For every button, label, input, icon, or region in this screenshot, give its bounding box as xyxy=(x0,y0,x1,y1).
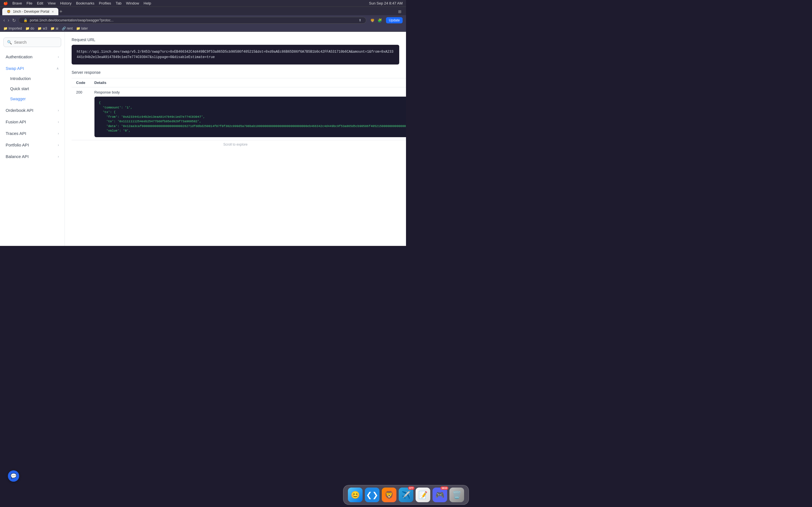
sidebar: 🔍 Authentication › Swap API ∧ Introducti… xyxy=(0,32,65,246)
tab-title: 1inch - Developer Portal xyxy=(13,10,49,13)
lock-icon: 🔒 xyxy=(23,18,28,22)
menu-window[interactable]: Window xyxy=(126,1,139,5)
sidebar-item-balance-api[interactable]: Balance API › xyxy=(0,151,64,162)
sidebar-item-traces-api[interactable]: Traces API › xyxy=(0,128,64,138)
menu-profiles[interactable]: Profiles xyxy=(99,1,111,5)
sidebar-item-quickstart[interactable]: Quick start xyxy=(0,83,64,94)
nav-bar: ‹ › ↻ 🔒 portal.1inch.dev/documentation/s… xyxy=(0,15,406,25)
update-button[interactable]: Update xyxy=(386,17,403,23)
response-code: 200 xyxy=(76,90,82,94)
back-button[interactable]: ‹ xyxy=(3,18,5,23)
menu-help[interactable]: Help xyxy=(144,1,151,5)
sidebar-item-swap-api[interactable]: Swap API ∧ xyxy=(0,63,64,73)
chevron-right-icon-4: › xyxy=(58,131,59,135)
tab-close-icon[interactable]: ✕ xyxy=(52,10,54,13)
sidebar-item-orderbook-api[interactable]: Orderbook API › xyxy=(0,105,64,115)
extensions-icon[interactable]: 🧩 xyxy=(377,18,382,22)
url-bar[interactable]: 🔒 portal.1inch.dev/documentation/swap/sw… xyxy=(18,17,366,24)
menu-edit[interactable]: Edit xyxy=(37,1,43,5)
menu-bar: 🍎 Brave File Edit View History Bookmarks… xyxy=(0,0,406,7)
request-url-label: Request URL xyxy=(71,38,399,42)
menu-brave[interactable]: Brave xyxy=(12,1,22,5)
sidebar-item-portfolio-api[interactable]: Portfolio API › xyxy=(0,140,64,150)
menu-file[interactable]: File xyxy=(27,1,33,5)
bookmarks-bar: 📁 Imported 📁 do 📁 w3 📁 ai 🔗 rent 📁 later xyxy=(0,25,406,32)
tab-bar: 🦁 1inch - Developer Portal ✕ + ⊞ xyxy=(0,7,406,15)
bookmark-later[interactable]: 📁 later xyxy=(76,26,88,31)
response-body: { 'toAmount': '1', 'tx': { 'from': '0xA2… xyxy=(94,97,406,137)
bookmark-imported[interactable]: 📁 Imported xyxy=(3,26,22,31)
sidebar-item-authentication[interactable]: Authentication › xyxy=(0,52,64,62)
chevron-right-icon-5: › xyxy=(58,143,59,147)
browser-tab-active[interactable]: 🦁 1inch - Developer Portal ✕ xyxy=(2,8,58,15)
bookmark-ai[interactable]: 📁 ai xyxy=(50,26,58,31)
bookmark-do[interactable]: 📁 do xyxy=(26,26,35,31)
sidebar-section-balance: Balance API › xyxy=(0,151,64,162)
sidebar-section-fusion: Fusion API › xyxy=(0,117,64,127)
menu-tab[interactable]: Tab xyxy=(116,1,121,5)
details-header: Details xyxy=(90,78,406,87)
chevron-right-icon: › xyxy=(58,55,59,59)
menu-time: Sun Sep 24 8:47 AM xyxy=(369,1,403,5)
sidebar-section-traces: Traces API › xyxy=(0,128,64,138)
response-body-label: Response body xyxy=(94,90,406,94)
share-icon[interactable]: ⬆ xyxy=(359,18,361,22)
menu-view[interactable]: View xyxy=(48,1,56,5)
scroll-hint: Scroll to explore xyxy=(71,140,399,149)
sidebar-section-orderbook: Orderbook API › xyxy=(0,105,64,115)
url-text: portal.1inch.dev/documentation/swap/swag… xyxy=(30,18,357,22)
chevron-right-icon-2: › xyxy=(58,108,59,112)
response-body-container: { 'toAmount': '1', 'tx': { 'from': '0xA2… xyxy=(94,97,406,137)
menu-history[interactable]: History xyxy=(60,1,71,5)
chevron-down-icon: ∧ xyxy=(56,66,59,70)
server-response-label: Server response xyxy=(71,70,399,75)
table-row: 200 Response body { 'toAmount': '1', 'tx… xyxy=(71,87,406,140)
sidebar-toggle-icon[interactable]: ⊞ xyxy=(396,9,404,14)
sidebar-section-swap: Swap API ∧ Introduction Quick start Swag… xyxy=(0,63,64,104)
chevron-right-icon-3: › xyxy=(58,120,59,124)
sidebar-section-portfolio: Portfolio API › xyxy=(0,140,64,150)
bookmark-w3[interactable]: 📁 w3 xyxy=(38,26,47,31)
content-area: Request URL https://api.1inch.dev/swap/v… xyxy=(65,32,406,246)
menu-bookmarks[interactable]: Bookmarks xyxy=(76,1,94,5)
forward-button[interactable]: › xyxy=(8,18,9,23)
sidebar-section-auth: Authentication › xyxy=(0,52,64,62)
request-url-display: https://api.1inch.dev/swap/v5.2/8453/swa… xyxy=(71,45,399,64)
bookmark-rent[interactable]: 🔗 rent xyxy=(62,26,73,31)
chevron-right-icon-6: › xyxy=(58,155,59,159)
brave-shields-icon[interactable]: 🦁 xyxy=(370,18,375,22)
code-header: Code xyxy=(71,78,90,87)
sidebar-item-swagger[interactable]: Swagger xyxy=(0,94,64,104)
response-table: Code Details 200 Response body { 'toAmou… xyxy=(71,78,406,140)
sidebar-item-introduction[interactable]: Introduction xyxy=(0,73,64,83)
refresh-button[interactable]: ↻ xyxy=(12,18,16,23)
main-layout: 🔍 Authentication › Swap API ∧ Introducti… xyxy=(0,32,406,246)
search-input[interactable] xyxy=(14,40,57,45)
search-box[interactable]: 🔍 xyxy=(3,38,61,47)
menu-apple[interactable]: 🍎 xyxy=(3,1,8,5)
sidebar-item-fusion-api[interactable]: Fusion API › xyxy=(0,117,64,127)
new-tab-button[interactable]: + xyxy=(59,9,63,15)
search-icon: 🔍 xyxy=(7,40,12,45)
